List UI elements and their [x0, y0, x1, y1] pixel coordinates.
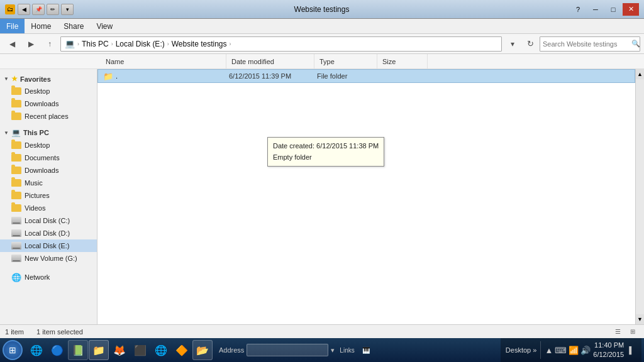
- close-button[interactable]: ✕: [623, 3, 639, 16]
- sidebar-label-downloads-fav: Downloads: [25, 100, 58, 107]
- thispc-header[interactable]: ▼ 💻 This PC: [0, 126, 97, 139]
- arrow-3: ›: [167, 41, 169, 47]
- links-button[interactable]: Links: [337, 346, 357, 355]
- sidebar-label-network: Network: [25, 273, 50, 281]
- search-box[interactable]: 🔍: [540, 36, 640, 52]
- scroll-up[interactable]: ▲: [636, 69, 644, 79]
- menu-home[interactable]: Home: [25, 19, 57, 33]
- sidebar-item-recent-places[interactable]: Recent places: [0, 110, 97, 123]
- tray-icon-sound[interactable]: 🔊: [580, 346, 591, 355]
- tooltip-line1: Date created: 6/12/2015 11:38 PM: [273, 141, 379, 152]
- menu-view[interactable]: View: [90, 19, 119, 33]
- taskbar-open-app[interactable]: 📂: [192, 340, 213, 360]
- thispc-triangle: ▼: [4, 130, 9, 136]
- tray-icon-signal[interactable]: 📶: [569, 346, 579, 355]
- scroll-down[interactable]: ▼: [636, 314, 644, 324]
- taskbar-vlc-icon[interactable]: 🔶: [172, 340, 192, 360]
- sidebar-item-desktop[interactable]: Desktop: [0, 139, 97, 151]
- menu-share[interactable]: Share: [57, 19, 90, 33]
- clock-time: 11:40 PM: [593, 341, 624, 350]
- dropdown-button[interactable]: ▾: [504, 37, 521, 51]
- network-icon: 🌐: [11, 273, 21, 282]
- rename-qb[interactable]: ✏: [47, 4, 59, 15]
- favorites-triangle: ▼: [4, 76, 9, 82]
- view-large-icons-button[interactable]: ⊞: [626, 327, 639, 337]
- window-icon: 🗂: [5, 4, 15, 14]
- vertical-scrollbar[interactable]: ▲ ▼: [635, 69, 644, 324]
- sidebar-item-pictures[interactable]: Pictures: [0, 189, 97, 202]
- tray-icon-arrow[interactable]: ▲: [545, 346, 553, 355]
- file-folder-icon: 📁: [103, 72, 113, 81]
- file-type-cell: File folder: [317, 72, 380, 80]
- search-input[interactable]: [543, 40, 630, 48]
- breadcrumb-thispc[interactable]: This PC: [82, 40, 109, 48]
- file-tooltip: Date created: 6/12/2015 11:38 PM Empty f…: [267, 137, 384, 167]
- back-qb[interactable]: ◀: [18, 4, 30, 15]
- breadcrumb-drive[interactable]: Local Disk (E:): [116, 40, 165, 48]
- status-selected: 1 item selected: [36, 328, 83, 336]
- sidebar-label-recent-places: Recent places: [25, 112, 69, 120]
- breadcrumb-computer[interactable]: 💻: [65, 39, 75, 48]
- file-list: 📁 . 6/12/2015 11:39 PM File folder Date …: [97, 69, 635, 324]
- col-header-type[interactable]: Type: [314, 54, 377, 69]
- sidebar-item-drive-e[interactable]: Local Disk (E:): [0, 239, 97, 252]
- sidebar-item-desktop-fav[interactable]: Desktop: [0, 85, 97, 97]
- folder-icon: [11, 204, 21, 212]
- back-button[interactable]: ◀: [4, 37, 20, 51]
- breadcrumb-folder[interactable]: Website testings: [172, 40, 227, 48]
- taskbar-network-icon[interactable]: 🌐: [151, 340, 171, 360]
- window-controls: ? ─ □ ✕: [570, 3, 639, 16]
- sidebar-item-drive-c[interactable]: Local Disk (C:): [0, 214, 97, 227]
- sidebar-label-videos: Videos: [25, 204, 45, 212]
- show-desktop-button[interactable]: ▌: [626, 345, 636, 355]
- taskbar-terminal-icon[interactable]: ⬛: [130, 340, 150, 360]
- sidebar-label-drive-g: New Volume (G:): [25, 255, 77, 262]
- start-button[interactable]: ⊞: [3, 340, 23, 360]
- drive-d-icon: [11, 229, 21, 237]
- tray-icons: ▲ ⌨ 📶 🔊: [545, 346, 591, 355]
- system-clock[interactable]: 11:40 PM 6/12/2015: [593, 341, 624, 360]
- taskbar-address-input[interactable]: [247, 344, 328, 356]
- sidebar-item-downloads[interactable]: Downloads: [0, 164, 97, 177]
- file-name-cell: 📁 .: [103, 72, 229, 81]
- address-label: Address: [219, 346, 244, 354]
- address-bar[interactable]: 💻 › This PC › Local Disk (E:) › Website …: [60, 36, 502, 52]
- col-header-date[interactable]: Date modified: [226, 54, 314, 69]
- table-row[interactable]: 📁 . 6/12/2015 11:39 PM File folder: [97, 69, 635, 83]
- refresh-button[interactable]: ↻: [523, 37, 537, 51]
- dropdown-qb[interactable]: ▾: [61, 4, 74, 15]
- taskbar-chrome-icon[interactable]: 🔵: [47, 340, 67, 360]
- col-header-size[interactable]: Size: [377, 54, 428, 69]
- col-header-name[interactable]: Name: [101, 54, 226, 69]
- favorites-header[interactable]: ▼ ★ Favorites: [0, 73, 97, 85]
- nav-bar: ◀ ▶ ↑ 💻 › This PC › Local Disk (E:) › We…: [0, 34, 644, 54]
- desktop-label[interactable]: Desktop »: [506, 346, 537, 354]
- view-details-button[interactable]: ☰: [611, 327, 624, 337]
- maximize-button[interactable]: □: [605, 3, 621, 16]
- help-button[interactable]: ?: [570, 3, 586, 16]
- taskbar-file-explorer-icon[interactable]: 📁: [89, 340, 109, 360]
- sidebar-item-network[interactable]: 🌐 Network: [0, 271, 97, 283]
- pin-qb[interactable]: 📌: [32, 4, 45, 15]
- folder-icon: [11, 100, 21, 107]
- taskbar-address-bar: Address ▾ Links 🎹: [219, 344, 372, 356]
- keyboard-button[interactable]: 🎹: [360, 346, 372, 355]
- sidebar-item-drive-d[interactable]: Local Disk (D:): [0, 227, 97, 239]
- sidebar-item-music[interactable]: Music: [0, 177, 97, 189]
- minimize-button[interactable]: ─: [587, 3, 604, 16]
- sidebar-item-documents[interactable]: Documents: [0, 151, 97, 164]
- forward-button[interactable]: ▶: [23, 37, 39, 51]
- sidebar-item-downloads-fav[interactable]: Downloads: [0, 97, 97, 110]
- tray-icon-keyboard[interactable]: ⌨: [555, 346, 567, 355]
- sidebar-item-drive-g[interactable]: New Volume (G:): [0, 252, 97, 265]
- taskbar-excel-icon[interactable]: 📗: [68, 340, 88, 360]
- drive-g-icon: [11, 255, 21, 262]
- menu-file[interactable]: File: [0, 19, 25, 33]
- address-dropdown[interactable]: ▾: [331, 346, 335, 354]
- taskbar-ie-icon[interactable]: 🌐: [26, 340, 47, 360]
- favorites-label: Favorites: [20, 75, 51, 83]
- search-icon[interactable]: 🔍: [631, 40, 640, 48]
- sidebar-item-videos[interactable]: Videos: [0, 202, 97, 214]
- taskbar-firefox-icon[interactable]: 🦊: [109, 340, 130, 360]
- up-button[interactable]: ↑: [42, 37, 58, 51]
